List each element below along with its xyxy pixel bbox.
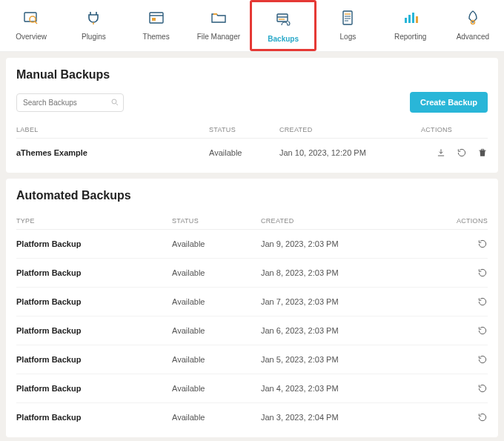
tab-plugins[interactable]: Plugins	[62, 0, 125, 51]
restore-icon[interactable]	[477, 354, 488, 365]
col-label: LABEL	[16, 126, 209, 133]
tab-label: Reporting	[379, 33, 442, 41]
automated-backups-panel: Automated Backups TYPE STATUS CREATED AC…	[6, 179, 498, 437]
cell-type: Platform Backup	[16, 268, 172, 277]
svg-rect-5	[152, 18, 156, 21]
tab-themes[interactable]: Themes	[125, 0, 188, 51]
restore-icon[interactable]	[477, 325, 488, 336]
tab-label: Themes	[125, 33, 188, 41]
download-icon[interactable]	[436, 147, 446, 158]
cell-status: Available	[209, 148, 279, 157]
tab-label: Plugins	[62, 33, 125, 41]
cell-status: Available	[172, 384, 261, 393]
cell-status: Available	[172, 326, 261, 335]
cell-status: Available	[172, 239, 261, 248]
cell-status: Available	[172, 355, 261, 364]
col-created: CREATED	[279, 126, 421, 133]
bar-chart-icon	[379, 7, 442, 28]
restore-icon[interactable]	[477, 268, 488, 278]
folder-icon	[188, 7, 250, 28]
top-tabs: Overview Plugins Themes File Manager Bac…	[0, 0, 504, 52]
rocket-icon	[442, 7, 504, 28]
manual-backups-title: Manual Backups	[16, 68, 488, 82]
cell-type: Platform Backup	[16, 384, 172, 393]
auto-table-header: TYPE STATUS CREATED ACTIONS	[16, 213, 488, 230]
cell-created: Jan 8, 2023, 2:03 PM	[261, 268, 443, 277]
tab-file-manager[interactable]: File Manager	[188, 0, 250, 51]
restore-icon[interactable]	[477, 296, 488, 307]
restore-icon[interactable]	[477, 383, 488, 394]
cell-type: Platform Backup	[16, 355, 172, 364]
svg-rect-7	[277, 14, 288, 21]
cell-type: Platform Backup	[16, 239, 172, 248]
svg-line-2	[35, 21, 37, 24]
tab-label: Logs	[316, 33, 379, 41]
search-input[interactable]	[16, 93, 124, 112]
table-row: Platform BackupAvailableJan 5, 2023, 2:0…	[16, 345, 488, 374]
cell-status: Available	[172, 413, 261, 422]
col-status: STATUS	[172, 217, 261, 225]
table-row: Platform BackupAvailableJan 8, 2023, 2:0…	[16, 259, 488, 288]
tab-label: Advanced	[442, 33, 504, 41]
cell-status: Available	[172, 297, 261, 306]
document-icon	[316, 7, 379, 28]
svg-rect-15	[405, 18, 407, 23]
tab-label: Overview	[0, 33, 62, 41]
manual-table-header: LABEL STATUS CREATED ACTIONS	[16, 122, 488, 139]
cell-created: Jan 4, 2023, 2:03 PM	[261, 384, 443, 393]
table-row: Platform BackupAvailableJan 4, 2023, 2:0…	[16, 374, 488, 403]
table-row: Platform BackupAvailableJan 7, 2023, 2:0…	[16, 288, 488, 316]
table-row: aThemes ExampleAvailableJan 10, 2023, 12…	[16, 139, 488, 167]
cell-created: Jan 5, 2023, 2:03 PM	[261, 355, 443, 364]
svg-point-20	[112, 99, 116, 104]
cell-created: Jan 3, 2023, 2:04 PM	[261, 413, 443, 422]
cell-status: Available	[172, 268, 261, 277]
table-row: Platform BackupAvailableJan 6, 2023, 2:0…	[16, 316, 488, 345]
backup-icon	[252, 10, 314, 30]
table-row: Platform BackupAvailableJan 3, 2023, 2:0…	[16, 403, 488, 431]
cell-created: Jan 9, 2023, 2:03 PM	[261, 239, 443, 248]
col-created: CREATED	[261, 217, 443, 225]
magnifier-icon	[0, 7, 62, 28]
cell-type: Platform Backup	[16, 297, 172, 306]
svg-rect-16	[408, 15, 411, 23]
restore-icon[interactable]	[477, 239, 488, 249]
restore-icon[interactable]	[477, 412, 488, 422]
create-backup-button[interactable]: Create Backup	[410, 92, 488, 113]
manual-backups-panel: Manual Backups Create Backup LABEL STATU…	[6, 58, 498, 173]
tab-advanced[interactable]: Advanced	[442, 0, 504, 51]
plug-icon	[62, 7, 125, 28]
cell-created: Jan 7, 2023, 2:03 PM	[261, 297, 443, 306]
search-container	[16, 93, 124, 112]
tab-overview[interactable]: Overview	[0, 0, 62, 51]
automated-backups-title: Automated Backups	[16, 189, 488, 202]
tab-logs[interactable]: Logs	[316, 0, 379, 51]
svg-rect-6	[213, 13, 217, 15]
svg-rect-17	[412, 13, 414, 23]
tab-backups[interactable]: Backups	[250, 0, 316, 51]
svg-rect-3	[150, 13, 163, 23]
svg-line-21	[116, 104, 119, 106]
cell-created: Jan 10, 2023, 12:20 PM	[279, 148, 421, 157]
table-row: Platform BackupAvailableJan 9, 2023, 2:0…	[16, 230, 488, 259]
cell-created: Jan 6, 2023, 2:03 PM	[261, 326, 443, 335]
search-icon	[110, 98, 119, 107]
cell-label: aThemes Example	[16, 148, 209, 157]
tab-label: File Manager	[188, 33, 250, 41]
col-status: STATUS	[209, 126, 279, 133]
trash-icon[interactable]	[477, 147, 488, 158]
cell-type: Platform Backup	[16, 326, 172, 335]
cell-type: Platform Backup	[16, 413, 172, 422]
svg-rect-10	[343, 11, 352, 24]
tab-reporting[interactable]: Reporting	[379, 0, 442, 51]
col-actions: ACTIONS	[443, 217, 488, 225]
col-type: TYPE	[16, 217, 172, 225]
restore-icon[interactable]	[457, 147, 467, 158]
svg-rect-18	[416, 16, 418, 23]
tab-label: Backups	[252, 35, 314, 43]
col-actions: ACTIONS	[421, 126, 488, 133]
window-icon	[125, 7, 188, 28]
